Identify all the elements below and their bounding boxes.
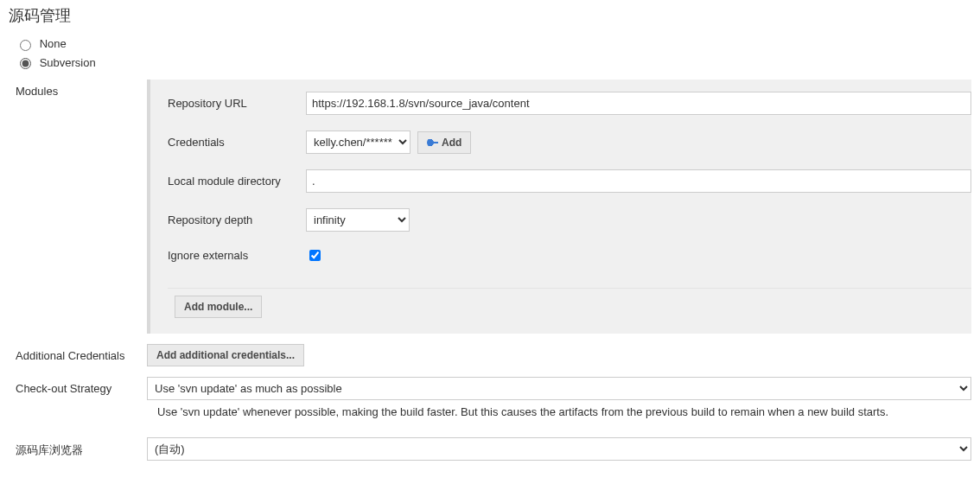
repo-browser-select[interactable]: (自动) (147, 437, 971, 461)
repo-browser-label: 源码库浏览器 (16, 437, 147, 458)
ignore-externals-checkbox[interactable] (309, 250, 321, 261)
checkout-strategy-select[interactable]: Use 'svn update' as much as possible (147, 377, 971, 400)
key-icon (427, 137, 437, 148)
repo-depth-select[interactable]: infinity (306, 208, 410, 232)
modules-label: Modules (16, 80, 147, 98)
add-additional-credentials-button[interactable]: Add additional credentials... (147, 344, 304, 366)
scm-option-svn[interactable]: Subversion (16, 55, 971, 70)
repo-url-label: Repository URL (168, 97, 306, 110)
add-credentials-label: Add (442, 137, 461, 149)
scm-option-none[interactable]: None (16, 36, 971, 51)
credentials-select[interactable]: kelly.chen/****** (306, 131, 410, 154)
scm-radio-none[interactable] (20, 40, 31, 51)
local-dir-input[interactable] (306, 169, 971, 193)
add-credentials-button[interactable]: Add (417, 131, 471, 154)
scm-label-svn: Subversion (40, 56, 96, 69)
checkout-strategy-help: Use 'svn update' whenever possible, maki… (147, 404, 971, 427)
additional-credentials-label: Additional Credentials (16, 344, 147, 362)
ignore-externals-label: Ignore externals (168, 249, 306, 262)
module-group: Repository URL Credentials kelly.chen/**… (147, 80, 971, 334)
credentials-label: Credentials (168, 136, 306, 149)
local-dir-label: Local module directory (168, 175, 306, 188)
section-title: 源码管理 (9, 5, 971, 26)
add-module-button[interactable]: Add module... (175, 296, 262, 318)
repo-url-input[interactable] (306, 92, 971, 115)
repo-depth-label: Repository depth (168, 213, 306, 226)
checkout-strategy-label: Check-out Strategy (16, 377, 147, 395)
scm-label-none: None (40, 37, 67, 50)
scm-radio-svn[interactable] (20, 58, 31, 69)
